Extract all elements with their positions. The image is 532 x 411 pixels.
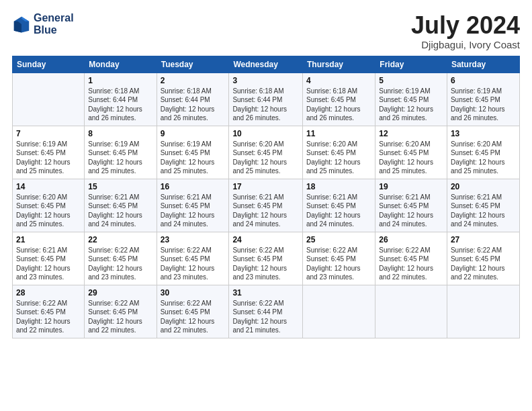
day-number: 18	[306, 182, 371, 191]
weekday-header-row: SundayMondayTuesdayWednesdayThursdayFrid…	[13, 56, 520, 73]
weekday-header-tuesday: Tuesday	[157, 56, 229, 73]
calendar-cell	[447, 285, 519, 338]
day-info: Sunrise: 6:20 AM Sunset: 6:45 PM Dayligh…	[379, 140, 443, 176]
weekday-header-thursday: Thursday	[302, 56, 375, 73]
day-info: Sunrise: 6:19 AM Sunset: 6:45 PM Dayligh…	[451, 87, 516, 123]
day-number: 8	[88, 129, 152, 138]
calendar-cell	[302, 285, 375, 338]
calendar-cell: 26Sunrise: 6:22 AM Sunset: 6:45 PM Dayli…	[375, 232, 447, 285]
day-number: 25	[306, 235, 371, 244]
calendar-cell: 27Sunrise: 6:22 AM Sunset: 6:45 PM Dayli…	[447, 232, 519, 285]
day-number: 30	[161, 288, 226, 298]
calendar-cell: 20Sunrise: 6:21 AM Sunset: 6:45 PM Dayli…	[447, 179, 519, 232]
day-info: Sunrise: 6:21 AM Sunset: 6:45 PM Dayligh…	[161, 193, 226, 229]
logo: General Blue	[12, 12, 74, 36]
calendar-cell: 6Sunrise: 6:19 AM Sunset: 6:45 PM Daylig…	[447, 73, 519, 126]
calendar-cell: 24Sunrise: 6:22 AM Sunset: 6:45 PM Dayli…	[229, 232, 303, 285]
calendar-week-5: 28Sunrise: 6:22 AM Sunset: 6:45 PM Dayli…	[13, 285, 520, 338]
day-info: Sunrise: 6:19 AM Sunset: 6:45 PM Dayligh…	[16, 140, 81, 176]
day-info: Sunrise: 6:20 AM Sunset: 6:45 PM Dayligh…	[232, 140, 299, 176]
calendar-week-1: 1Sunrise: 6:18 AM Sunset: 6:44 PM Daylig…	[13, 73, 520, 126]
calendar-cell: 28Sunrise: 6:22 AM Sunset: 6:45 PM Dayli…	[13, 285, 85, 338]
weekday-header-wednesday: Wednesday	[229, 56, 303, 73]
day-number: 7	[16, 129, 81, 138]
calendar-cell	[375, 285, 447, 338]
calendar-cell: 13Sunrise: 6:20 AM Sunset: 6:45 PM Dayli…	[447, 126, 519, 179]
logo-icon	[12, 15, 31, 34]
day-info: Sunrise: 6:22 AM Sunset: 6:45 PM Dayligh…	[16, 299, 81, 335]
day-info: Sunrise: 6:22 AM Sunset: 6:45 PM Dayligh…	[379, 246, 443, 282]
day-number: 21	[16, 235, 81, 244]
day-number: 29	[88, 288, 152, 298]
day-info: Sunrise: 6:18 AM Sunset: 6:44 PM Dayligh…	[161, 87, 226, 123]
page: General Blue July 2024 Djigbagui, Ivory …	[0, 0, 532, 411]
calendar-cell: 19Sunrise: 6:21 AM Sunset: 6:45 PM Dayli…	[375, 179, 447, 232]
day-info: Sunrise: 6:18 AM Sunset: 6:44 PM Dayligh…	[88, 87, 152, 123]
calendar-cell: 1Sunrise: 6:18 AM Sunset: 6:44 PM Daylig…	[85, 73, 157, 126]
calendar-cell: 8Sunrise: 6:19 AM Sunset: 6:45 PM Daylig…	[85, 126, 157, 179]
logo-text: General Blue	[34, 12, 74, 36]
day-number: 15	[88, 182, 152, 191]
calendar-cell: 14Sunrise: 6:20 AM Sunset: 6:45 PM Dayli…	[13, 179, 85, 232]
day-info: Sunrise: 6:22 AM Sunset: 6:45 PM Dayligh…	[161, 299, 226, 335]
weekday-header-sunday: Sunday	[13, 56, 85, 73]
title-block: July 2024 Djigbagui, Ivory Coast	[411, 12, 520, 50]
day-number: 12	[379, 129, 443, 138]
calendar-cell: 16Sunrise: 6:21 AM Sunset: 6:45 PM Dayli…	[157, 179, 229, 232]
calendar-week-4: 21Sunrise: 6:21 AM Sunset: 6:45 PM Dayli…	[13, 232, 520, 285]
day-number: 27	[451, 235, 516, 244]
calendar-cell: 29Sunrise: 6:22 AM Sunset: 6:45 PM Dayli…	[85, 285, 157, 338]
calendar-cell: 3Sunrise: 6:18 AM Sunset: 6:44 PM Daylig…	[229, 73, 303, 126]
calendar-table: SundayMondayTuesdayWednesdayThursdayFrid…	[12, 56, 520, 338]
day-info: Sunrise: 6:20 AM Sunset: 6:45 PM Dayligh…	[306, 140, 371, 176]
day-info: Sunrise: 6:22 AM Sunset: 6:45 PM Dayligh…	[232, 246, 299, 282]
day-info: Sunrise: 6:19 AM Sunset: 6:45 PM Dayligh…	[379, 87, 443, 123]
day-number: 10	[232, 129, 299, 138]
calendar-cell: 12Sunrise: 6:20 AM Sunset: 6:45 PM Dayli…	[375, 126, 447, 179]
day-info: Sunrise: 6:19 AM Sunset: 6:45 PM Dayligh…	[88, 140, 152, 176]
calendar-cell: 11Sunrise: 6:20 AM Sunset: 6:45 PM Dayli…	[302, 126, 375, 179]
day-number: 2	[161, 76, 226, 85]
day-number: 31	[232, 288, 299, 298]
calendar-cell: 5Sunrise: 6:19 AM Sunset: 6:45 PM Daylig…	[375, 73, 447, 126]
day-info: Sunrise: 6:22 AM Sunset: 6:45 PM Dayligh…	[88, 299, 152, 335]
day-number: 23	[161, 235, 226, 244]
day-number: 19	[379, 182, 443, 191]
day-number: 16	[161, 182, 226, 191]
calendar-cell: 21Sunrise: 6:21 AM Sunset: 6:45 PM Dayli…	[13, 232, 85, 285]
calendar-cell: 30Sunrise: 6:22 AM Sunset: 6:45 PM Dayli…	[157, 285, 229, 338]
day-number: 1	[88, 76, 152, 85]
day-info: Sunrise: 6:22 AM Sunset: 6:45 PM Dayligh…	[88, 246, 152, 282]
day-info: Sunrise: 6:19 AM Sunset: 6:45 PM Dayligh…	[161, 140, 226, 176]
calendar-cell: 10Sunrise: 6:20 AM Sunset: 6:45 PM Dayli…	[229, 126, 303, 179]
day-info: Sunrise: 6:22 AM Sunset: 6:44 PM Dayligh…	[232, 299, 299, 335]
calendar-cell: 23Sunrise: 6:22 AM Sunset: 6:45 PM Dayli…	[157, 232, 229, 285]
calendar-cell: 31Sunrise: 6:22 AM Sunset: 6:44 PM Dayli…	[229, 285, 303, 338]
calendar-cell: 4Sunrise: 6:18 AM Sunset: 6:45 PM Daylig…	[302, 73, 375, 126]
day-number: 6	[451, 76, 516, 85]
calendar-cell: 9Sunrise: 6:19 AM Sunset: 6:45 PM Daylig…	[157, 126, 229, 179]
calendar-cell: 22Sunrise: 6:22 AM Sunset: 6:45 PM Dayli…	[85, 232, 157, 285]
day-number: 28	[16, 288, 81, 298]
day-number: 13	[451, 129, 516, 138]
location: Djigbagui, Ivory Coast	[411, 39, 520, 50]
day-info: Sunrise: 6:20 AM Sunset: 6:45 PM Dayligh…	[451, 140, 516, 176]
weekday-header-monday: Monday	[85, 56, 157, 73]
weekday-header-saturday: Saturday	[447, 56, 519, 73]
month-title: July 2024	[411, 12, 520, 39]
day-info: Sunrise: 6:21 AM Sunset: 6:45 PM Dayligh…	[451, 193, 516, 229]
day-info: Sunrise: 6:22 AM Sunset: 6:45 PM Dayligh…	[451, 246, 516, 282]
day-info: Sunrise: 6:18 AM Sunset: 6:44 PM Dayligh…	[232, 87, 299, 123]
day-number: 3	[232, 76, 299, 85]
day-number: 11	[306, 129, 371, 138]
day-info: Sunrise: 6:21 AM Sunset: 6:45 PM Dayligh…	[232, 193, 299, 229]
day-info: Sunrise: 6:18 AM Sunset: 6:45 PM Dayligh…	[306, 87, 371, 123]
day-number: 26	[379, 235, 443, 244]
calendar-cell: 25Sunrise: 6:22 AM Sunset: 6:45 PM Dayli…	[302, 232, 375, 285]
day-number: 17	[232, 182, 299, 191]
calendar-cell: 18Sunrise: 6:21 AM Sunset: 6:45 PM Dayli…	[302, 179, 375, 232]
day-info: Sunrise: 6:21 AM Sunset: 6:45 PM Dayligh…	[379, 193, 443, 229]
calendar-week-3: 14Sunrise: 6:20 AM Sunset: 6:45 PM Dayli…	[13, 179, 520, 232]
calendar-cell: 17Sunrise: 6:21 AM Sunset: 6:45 PM Dayli…	[229, 179, 303, 232]
header: General Blue July 2024 Djigbagui, Ivory …	[12, 12, 520, 50]
